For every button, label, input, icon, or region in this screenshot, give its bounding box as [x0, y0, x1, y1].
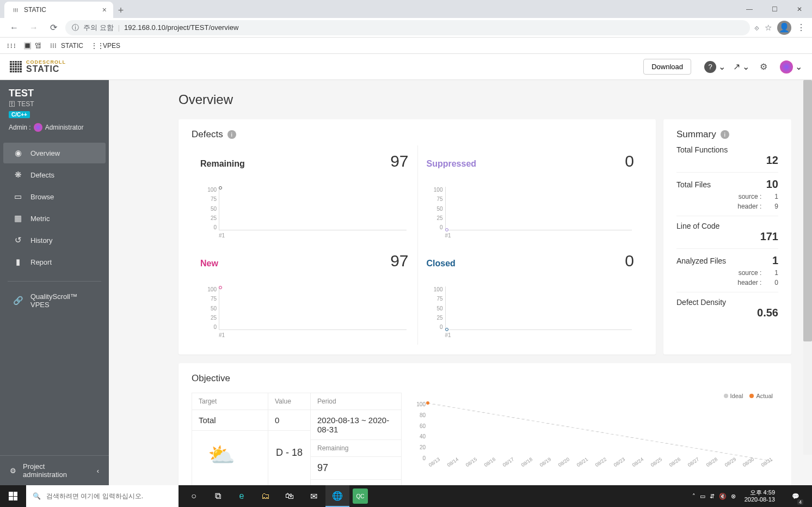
action-center-icon[interactable]: 💬4 — [784, 485, 808, 507]
help-icon: ? — [704, 61, 716, 73]
nav-label: Browse — [30, 193, 54, 201]
forward-button[interactable]: → — [26, 20, 41, 35]
defects-title: Defects — [192, 129, 223, 140]
back-button[interactable]: ← — [7, 20, 22, 35]
battery-icon[interactable]: ▭ — [700, 493, 705, 500]
project-admin-button[interactable]: ⚙ Project administration ‹ — [0, 455, 109, 485]
collapse-icon[interactable]: ‹ — [97, 467, 99, 475]
browser-menu-icon[interactable]: ⋮ — [797, 22, 805, 33]
profile-icon[interactable]: 👤 — [777, 21, 791, 35]
tab-close-icon[interactable]: × — [102, 5, 107, 14]
avatar-icon — [780, 60, 793, 74]
file-explorer-icon[interactable]: 🗂 — [254, 485, 278, 507]
wifi-icon[interactable]: ⇵ — [710, 493, 715, 500]
help-dropdown[interactable]: ?⌄ — [699, 61, 725, 73]
site-info-icon[interactable]: ⓘ — [72, 23, 79, 33]
sidebar: TEST ⚿TEST C/C++ Admin : Administrator ◉… — [0, 80, 109, 485]
admin-label: Admin : — [9, 124, 31, 131]
taskbar-search[interactable]: 🔍 검색하려면 여기에 입력하십시오. — [26, 485, 179, 507]
suppressed-chart: 1007550250#1 — [427, 187, 635, 239]
taskbar-clock[interactable]: 오후 4:59 2020-08-13 — [740, 489, 779, 503]
search-icon: 🔍 — [33, 492, 41, 500]
key-icon: ⚿ — [9, 100, 15, 108]
window-maximize-button[interactable]: ☐ — [762, 0, 787, 18]
sidebar-item-history[interactable]: ↺History — [3, 230, 106, 251]
window-close-button[interactable]: ✕ — [787, 0, 812, 18]
defect-remaining: Remaining97 1007550250#1 — [192, 145, 417, 245]
app-logo[interactable]: CODESCROLL STATIC — [10, 60, 66, 74]
weather-icon: ⛅ — [200, 438, 243, 471]
ime-icon[interactable]: ⊗ — [731, 493, 736, 500]
sidebar-item-browse[interactable]: ▭Browse — [3, 186, 106, 207]
vertical-scrollbar[interactable] — [803, 80, 812, 455]
cortana-icon[interactable]: ○ — [182, 485, 206, 507]
svg-line-0 — [428, 403, 773, 461]
defects-card: Defects i Remaining97 1007550250#1 Suppr… — [179, 119, 656, 355]
tab-favicon: ⁞⁞⁞ — [11, 5, 20, 14]
closed-chart: 1007550250#1 — [427, 286, 635, 338]
app-icon[interactable]: QC — [353, 488, 368, 504]
volume-icon[interactable]: 🔇 — [719, 493, 727, 500]
nav-label: Defects — [30, 171, 54, 179]
project-name: TEST — [9, 88, 100, 99]
nav-label: Metric — [30, 215, 50, 223]
nav-icon: ↺ — [13, 235, 23, 245]
sidebar-item-overview[interactable]: ◉Overview — [3, 143, 106, 163]
info-icon[interactable]: i — [227, 130, 236, 139]
sidebar-item-report[interactable]: ▮Report — [3, 252, 106, 272]
new-tab-button[interactable]: + — [113, 3, 128, 18]
nav-label: Overview — [30, 149, 60, 157]
window-minimize-button[interactable]: — — [737, 0, 762, 18]
nav-icon: ◉ — [13, 148, 23, 158]
app-header: CODESCROLL STATIC Download ?⌄ ↗⌄ ⚙ ⌄ — [0, 54, 812, 80]
sidebar-item-defects[interactable]: ❋Defects — [3, 164, 106, 185]
apps-grid-icon[interactable]: ⫶⫶⫶ — [7, 41, 15, 50]
tray-chevron-icon[interactable]: ˄ — [692, 493, 696, 500]
tab-title: STATIC — [24, 6, 46, 14]
user-menu[interactable]: ⌄ — [780, 60, 802, 74]
objective-table: Target Total ⛅ Value 0 D - 18 Period 202… — [192, 393, 402, 485]
burndown-chart: Ideal Actual 100806040200 08/1308/1408/1… — [410, 393, 778, 474]
sidebar-item-metric[interactable]: ▦Metric — [3, 208, 106, 229]
store-icon[interactable]: 🛍 — [278, 485, 302, 507]
objective-card: Objective Target Total ⛅ Value 0 D - 18 … — [179, 363, 791, 485]
task-view-icon[interactable]: ⧉ — [206, 485, 230, 507]
info-icon[interactable]: i — [721, 130, 729, 139]
mail-icon[interactable]: ✉ — [302, 485, 325, 507]
download-button[interactable]: Download — [643, 59, 691, 75]
link-icon: 🔗 — [13, 296, 23, 306]
bookmark-vpes[interactable]: ⋮⋮VPES — [91, 41, 120, 50]
nav-label: Report — [30, 258, 52, 266]
objective-title: Objective — [192, 373, 230, 384]
url-text: 192.168.0.10/project/TEST/overview — [124, 23, 238, 32]
gear-icon: ⚙ — [760, 62, 767, 72]
url-warning: 주의 요함 — [83, 23, 114, 33]
sidebar-item-vpes[interactable]: 🔗 QualityScroll™ VPES — [3, 287, 106, 314]
chevron-down-icon: ⌄ — [718, 62, 725, 72]
bookmark-star-icon[interactable]: ☆ — [765, 23, 772, 33]
search-placeholder: 검색하려면 여기에 입력하십시오. — [46, 492, 143, 501]
start-button[interactable] — [0, 485, 26, 507]
vpes-label: QualityScroll™ VPES — [30, 292, 96, 309]
translate-icon[interactable]: ⟐ — [754, 23, 759, 32]
external-link-icon: ↗ — [733, 62, 740, 72]
logo-big-text: STATIC — [26, 65, 66, 74]
logo-icon — [10, 61, 22, 73]
admin-avatar-icon — [34, 123, 42, 132]
edge-icon[interactable]: e — [230, 485, 254, 507]
bookmark-apps[interactable]: 🔳앱 — [23, 41, 41, 50]
new-chart: 1007550250#1 — [200, 286, 409, 338]
settings-button[interactable]: ⚙ — [755, 58, 772, 76]
export-dropdown[interactable]: ↗⌄ — [733, 62, 749, 72]
browser-tab[interactable]: ⁞⁞⁞ STATIC × — [4, 2, 113, 18]
reload-button[interactable]: ⟳ — [46, 20, 61, 35]
bookmark-static[interactable]: ⁞⁞⁞STATIC — [49, 41, 83, 50]
nav-label: History — [30, 236, 52, 245]
defect-new: New97 1007550250#1 — [192, 245, 417, 345]
nav-icon: ▦ — [13, 213, 23, 223]
url-field[interactable]: ⓘ 주의 요함 | 192.168.0.10/project/TEST/over… — [65, 20, 750, 35]
chevron-down-icon: ⌄ — [742, 62, 749, 72]
sidebar-nav: ◉Overview❋Defects▭Browse▦Metric↺History▮… — [0, 138, 109, 277]
defect-suppressed: Suppressed0 1007550250#1 — [417, 145, 643, 245]
chrome-icon[interactable]: 🌐 — [325, 485, 349, 507]
